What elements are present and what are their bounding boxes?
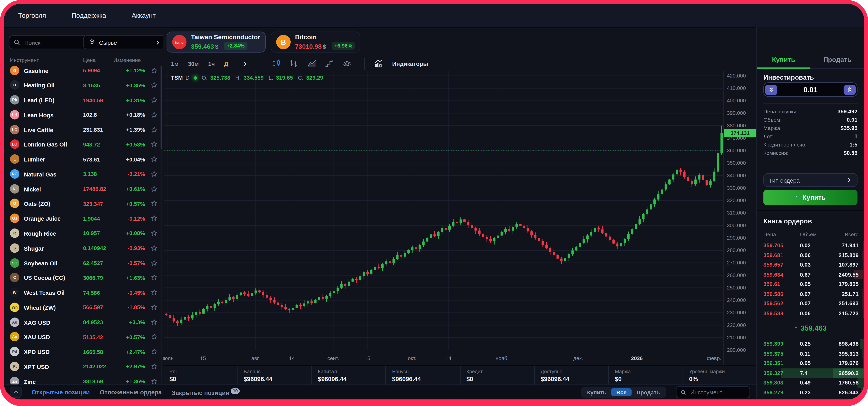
increase-amount-button[interactable] (844, 84, 856, 95)
order-book-ask-row[interactable]: 359.6340.672409.55 (757, 270, 864, 279)
favorite-star-icon[interactable] (151, 140, 158, 148)
instrument-row-orange-juice[interactable]: OJOrange Juice1.9044-0.12% (4, 211, 163, 226)
favorite-star-icon[interactable] (151, 289, 158, 296)
bars-type-icon[interactable] (287, 58, 302, 69)
order-total: 107.897 (839, 262, 859, 268)
order-book-bid-row[interactable]: 359.2550.16574.808 (757, 397, 864, 399)
order-book-ask-row[interactable]: 359.6570.03107.897 (757, 260, 864, 270)
instrument-row-zinc[interactable]: ZnZinc3318.69+1.36% (4, 374, 163, 385)
instrument-row-shugar[interactable]: SShugar0.140942-0.93% (4, 241, 163, 255)
favorite-star-icon[interactable] (151, 348, 158, 355)
instrument-row-lead-led[interactable]: PbLead (LED)1940.59+0.31% (4, 92, 163, 107)
instrument-row-rough-rice[interactable]: RRough Rice10.957+0.08% (4, 226, 163, 241)
sell-tab[interactable]: Продать (810, 56, 864, 68)
buy-button[interactable]: ↑ Купить (764, 190, 858, 205)
nav-item-trading[interactable]: Торговля (18, 12, 46, 19)
instrument-row-gasoline[interactable]: GGasoline5.9094+1.12% (4, 63, 163, 78)
order-book-ask-row[interactable]: 359.5620.07251.693 (757, 299, 864, 308)
timeframe-[interactable]: Д (224, 60, 228, 67)
order-type-selector[interactable]: Тип ордера (764, 173, 858, 187)
favorite-star-icon[interactable] (151, 170, 158, 178)
favorite-star-icon[interactable] (151, 126, 158, 133)
favorite-star-icon[interactable] (151, 96, 158, 103)
favorite-star-icon[interactable] (151, 185, 158, 192)
favorite-star-icon[interactable] (151, 244, 158, 251)
step-line-type-icon[interactable] (322, 58, 337, 69)
order-book-ask-row[interactable]: 359.610.05179.805 (757, 279, 864, 289)
favorite-star-icon[interactable] (151, 200, 158, 207)
order-book-bid-row[interactable]: 359.3277.426590.2 (757, 368, 864, 378)
amount-input[interactable] (777, 85, 844, 94)
search-box[interactable] (9, 35, 87, 49)
favorite-star-icon[interactable] (151, 111, 158, 118)
svg-text:февр.: февр. (707, 355, 721, 361)
filter-[interactable]: Все (611, 388, 631, 396)
order-book-ask-row[interactable]: 359.6810.06215.809 (757, 250, 864, 260)
baseline-type-icon[interactable] (340, 58, 354, 69)
instrument-row-soybean-oil[interactable]: SOSoybean Oil62.4527-0.57% (4, 255, 163, 270)
symbol-tab-taiwan-semiconductor[interactable]: tsmcTaiwan Semiconductor359.463$+2.84% (167, 32, 266, 53)
order-book-ask-row[interactable]: 359.7050.0271.941 (757, 241, 864, 250)
tab-pending-orders[interactable]: Отложенные ордера (100, 389, 162, 396)
instrument-row-xpd-usd[interactable]: PdXPD USD1665.58+2.47% (4, 344, 163, 359)
order-book-bid-row[interactable]: 359.3750.11395.313 (757, 349, 864, 358)
instrument-row-london-gas-oil[interactable]: LGLondon Gas Oil948.72+0.53% (4, 137, 163, 152)
candlestick-chart[interactable]: 200.000210.000220.000230.000240.000250.0… (163, 71, 757, 366)
instrument-row-oats-zo[interactable]: OOats (ZO)323.347+0.57% (4, 196, 163, 211)
tab-open-positions[interactable]: Открытые позиции (32, 389, 90, 396)
favorite-star-icon[interactable] (151, 156, 158, 163)
favorite-star-icon[interactable] (151, 363, 158, 370)
indicators-icon[interactable] (372, 58, 386, 69)
instrument-row-live-cattle[interactable]: LCLive Cattle231.831+1.39% (4, 122, 163, 137)
nav-item-account[interactable]: Аккаунт (131, 12, 156, 19)
favorite-star-icon[interactable] (151, 259, 158, 266)
more-timeframes-icon[interactable] (238, 58, 252, 69)
instrument-row-west-texas-oil[interactable]: WWest Texas Oil74.586-0.45% (4, 285, 163, 300)
filter-[interactable]: Купить (582, 388, 611, 396)
sidebar-scrollbar-thumb[interactable] (161, 66, 162, 149)
area-type-icon[interactable] (305, 58, 319, 69)
order-book-bid-row[interactable]: 359.2790.23826.343 (757, 387, 864, 397)
category-dropdown[interactable]: Сырьё (83, 35, 163, 49)
instrument-row-xpt-usd[interactable]: PtXPT USD2142.022+2.97% (4, 359, 163, 374)
order-book-bid-row[interactable]: 359.3030.491760.58 (757, 378, 864, 387)
instrument-row-wheat-zw[interactable]: WhWheat (ZW)566.597-1.85% (4, 300, 163, 315)
instrument-row-heating-oil[interactable]: HHeating Oil3.1535+0.35% (4, 77, 163, 92)
instrument-row-lumber[interactable]: LLumber573.61+0.04% (4, 152, 163, 167)
instrument-row-xag-usd[interactable]: AgXAG USD84.9523+3.3% (4, 314, 163, 330)
instrument-search-input[interactable] (689, 388, 746, 396)
favorite-star-icon[interactable] (151, 229, 158, 237)
order-book-bid-row[interactable]: 359.3510.05179.676 (757, 358, 864, 368)
collapse-panel-button[interactable] (10, 387, 22, 398)
filter-[interactable]: Продать (631, 388, 665, 396)
favorite-star-icon[interactable] (151, 304, 158, 311)
timeframe-1[interactable]: 1м (171, 60, 179, 67)
indicators-button[interactable]: Индикаторы (392, 60, 428, 67)
search-input[interactable] (23, 38, 83, 46)
decrease-amount-button[interactable] (765, 84, 777, 95)
candlestick-type-icon[interactable] (269, 58, 284, 69)
favorite-star-icon[interactable] (151, 67, 158, 74)
order-book-ask-row[interactable]: 359.5860.07251.71 (757, 289, 864, 299)
instrument-row-xau-usd[interactable]: AuXAU USD5135.42+0.57% (4, 329, 163, 344)
favorite-star-icon[interactable] (151, 274, 158, 281)
toolbar-divider (262, 58, 263, 70)
instrument-search-box[interactable] (676, 386, 750, 398)
buy-tab[interactable]: Купить (757, 56, 810, 68)
tab-closed-positions[interactable]: Закрытые позиции10 (172, 388, 240, 396)
instrument-row-lean-hogs[interactable]: LHLean Hogs102.8+0.18% (4, 107, 163, 122)
timeframe-1[interactable]: 1ч (208, 60, 215, 67)
favorite-star-icon[interactable] (151, 318, 158, 325)
order-book-ask-row[interactable]: 359.5380.06215.723 (757, 308, 864, 318)
nav-item-support[interactable]: Поддержка (71, 12, 106, 19)
favorite-star-icon[interactable] (151, 82, 158, 89)
instrument-row-nickel[interactable]: NiNickel17485.82+0.61% (4, 181, 163, 196)
favorite-star-icon[interactable] (151, 378, 158, 385)
timeframe-30[interactable]: 30м (188, 60, 199, 67)
symbol-tab-bitcoin[interactable]: BBitcoin73010.98$+6.96% (271, 32, 361, 53)
favorite-star-icon[interactable] (151, 215, 158, 222)
instrument-row-natural-gas[interactable]: NGNatural Gas3.138-3.21% (4, 166, 163, 181)
favorite-star-icon[interactable] (151, 333, 158, 340)
order-book-bid-row[interactable]: 359.3990.25898.498 (757, 339, 864, 349)
instrument-row-us-cocoa-cc[interactable]: CUS Cocoa (CC)3066.79+1.63% (4, 270, 163, 285)
